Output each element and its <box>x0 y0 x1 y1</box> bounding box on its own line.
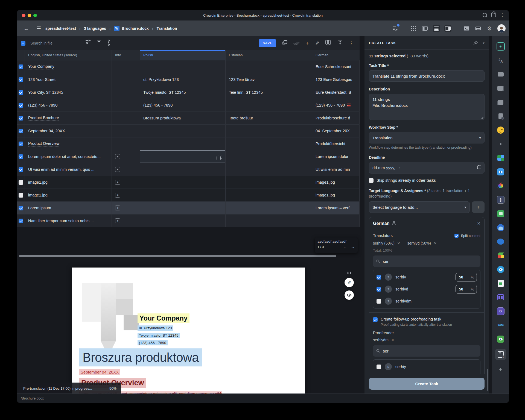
horizontal-scrollbar[interactable] <box>19 255 336 257</box>
german-cell[interactable]: 123 Eure Grabesgas <box>312 73 360 86</box>
polish-cell[interactable] <box>140 60 226 73</box>
row-checkbox[interactable] <box>19 64 23 69</box>
word-doc-icon[interactable] <box>497 279 505 287</box>
row-checkbox[interactable] <box>19 167 23 172</box>
split-content-checkbox[interactable] <box>454 234 459 238</box>
color-wheel-icon[interactable] <box>497 182 505 190</box>
german-cell[interactable]: Lorem ipsum – verf <box>312 202 360 214</box>
row-checkbox-cell[interactable] <box>17 112 25 124</box>
doc-address-line[interactable]: ul. Przykładowa 123 <box>138 325 173 331</box>
estonian-cell[interactable] <box>226 189 312 201</box>
row-checkbox[interactable] <box>19 77 23 82</box>
row-checkbox[interactable] <box>19 219 23 223</box>
german-cell[interactable]: (123) 456 - 7890 <box>312 99 360 111</box>
german-cell[interactable] <box>312 215 360 227</box>
row-checkbox-cell[interactable] <box>17 189 25 201</box>
estonian-cell[interactable]: Teie linn, ST 12345 <box>226 86 312 99</box>
table-row[interactable]: 123 Your Streetul. Przykładowa 123123 Te… <box>17 73 360 86</box>
row-checkbox-cell[interactable] <box>17 60 25 73</box>
german-cell[interactable]: Eure Geisterstadt, B <box>312 86 360 99</box>
polish-cell[interactable] <box>140 150 226 163</box>
source-cell[interactable]: Your City, ST 12345 <box>25 86 112 99</box>
table-row[interactable]: image1.jpg✱image1.jpg <box>17 189 360 202</box>
eye-play-icon[interactable] <box>497 265 505 274</box>
avatar[interactable] <box>497 24 506 33</box>
terminal-icon[interactable] <box>463 25 470 32</box>
info-cell[interactable]: ✱ <box>112 215 140 227</box>
info-cell[interactable] <box>112 99 140 111</box>
info-cell[interactable] <box>112 86 140 99</box>
green-book-icon[interactable] <box>497 210 505 218</box>
card-list-icon[interactable] <box>497 84 505 92</box>
info-cell[interactable]: ✱ <box>112 176 140 189</box>
duplicate-icon[interactable] <box>282 40 287 46</box>
polish-cell[interactable] <box>140 176 226 189</box>
duplicate-icon[interactable] <box>218 155 222 159</box>
assignee-option[interactable]: sserhiydm <box>377 295 477 307</box>
row-checkbox[interactable] <box>19 142 23 146</box>
blue-app-icon[interactable] <box>497 224 505 232</box>
german-cell[interactable]: image1.jpg <box>312 176 360 189</box>
table-row[interactable]: Your CompanyEuer Schreckensunt <box>17 60 360 73</box>
row-checkbox[interactable] <box>19 116 23 121</box>
assignee-option[interactable]: sserhiy <box>377 361 477 373</box>
close-window-button[interactable] <box>22 14 25 17</box>
context-info-icon[interactable]: ✱ <box>115 193 120 198</box>
remove-chip-icon[interactable]: ✕ <box>397 241 400 245</box>
german-cell[interactable]: Ut wisi enim ad min <box>312 163 360 176</box>
info-cell[interactable]: ✱ <box>112 150 140 163</box>
comment-icon[interactable] <box>497 70 505 78</box>
source-cell[interactable]: Lorem ipsum dolor sit amet, consectetu..… <box>25 150 112 163</box>
estonian-cell[interactable]: Toote brošüür <box>226 112 312 124</box>
keyboard-icon[interactable] <box>474 25 482 32</box>
row-checkbox[interactable] <box>19 90 23 95</box>
polish-cell[interactable] <box>140 163 226 176</box>
emoji-icon[interactable] <box>497 126 505 134</box>
table-row[interactable]: (123) 456 - 7890(123) 456 - 7890(123) 45… <box>17 99 360 112</box>
machine-translation-icon[interactable] <box>497 154 505 162</box>
source-cell[interactable]: image1.jpg <box>25 189 112 201</box>
table-row[interactable]: Product OverviewProduktübersicht – <box>17 137 360 150</box>
assignee-checkbox[interactable] <box>377 365 381 369</box>
context-info-icon[interactable]: ✱ <box>115 205 120 210</box>
row-checkbox-cell[interactable] <box>17 86 25 99</box>
source-cell[interactable]: Product Brochure <box>25 112 112 124</box>
deadline-input[interactable] <box>369 162 485 174</box>
assignee-option[interactable]: sserhiy% <box>377 271 477 283</box>
row-checkbox-cell[interactable] <box>17 125 25 137</box>
german-cell[interactable]: Produktbroschüre d <box>312 112 360 124</box>
source-cell[interactable]: Nam liber tempor cum soluta nobis ... <box>25 215 112 227</box>
doc-company-name[interactable]: Your Company <box>138 313 189 323</box>
suggestion-next-icon[interactable]: → <box>351 245 355 249</box>
row-checkbox-cell[interactable] <box>17 73 25 86</box>
iate-logo[interactable]: ’iate <box>497 321 505 329</box>
breadcrumb-file[interactable]: Brochure.docx <box>122 26 149 31</box>
context-info-icon[interactable]: ✱ <box>115 218 120 223</box>
breadcrumb-step[interactable]: Translation <box>157 26 177 31</box>
select-all-checkbox[interactable] <box>21 41 25 46</box>
column-header-source[interactable]: English, United States (source) <box>25 50 112 60</box>
row-checkbox[interactable] <box>19 180 23 185</box>
column-header-info[interactable]: Info <box>112 50 140 60</box>
purple-sync-icon[interactable]: ↻ <box>497 307 505 315</box>
doc-address-line[interactable]: (123) 456 - 7890 <box>138 340 168 345</box>
source-cell[interactable]: (123) 456 - 7890 <box>25 99 112 111</box>
estonian-cell[interactable] <box>226 215 312 227</box>
breadcrumb-project[interactable]: spreadsheet-test <box>45 26 76 31</box>
info-cell[interactable]: ✱ <box>112 163 140 176</box>
remove-language-icon[interactable]: ✕ <box>477 221 480 226</box>
info-cell[interactable] <box>112 60 140 73</box>
language-select[interactable]: Select language to add...▾ <box>369 201 470 213</box>
info-cell[interactable] <box>112 137 140 150</box>
back-icon[interactable]: ← <box>24 25 29 32</box>
add-string-icon[interactable]: + <box>305 41 309 45</box>
context-info-icon[interactable]: ✱ <box>115 154 120 159</box>
estonian-cell[interactable] <box>226 176 312 189</box>
create-task-button[interactable]: Create Task <box>369 378 485 390</box>
context-info-icon[interactable]: ✱ <box>115 180 120 185</box>
german-cell[interactable]: Produktübersicht – <box>312 137 360 150</box>
polish-cell[interactable] <box>140 189 226 201</box>
info-cell[interactable] <box>112 125 140 137</box>
translate-icon[interactable]: 文A <box>497 56 505 64</box>
purple-columns-icon[interactable] <box>497 293 505 301</box>
